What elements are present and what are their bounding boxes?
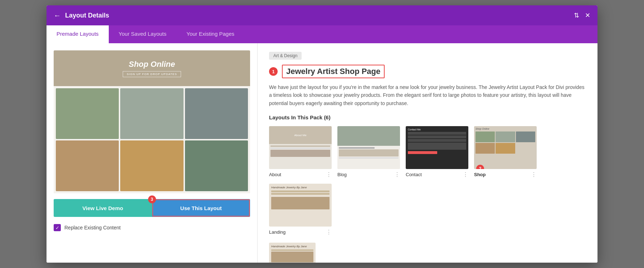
thumb-contact-field2 [408,135,466,138]
pack-label: Layouts In This Pack (6) [269,114,586,120]
thumb-contact-img: Contact Me [406,126,468,169]
thumb-landing-label: Landing [269,229,286,235]
thumb-landing2-title: Handmade Jewelry By Jane [271,245,313,248]
grid-item-1 [56,88,119,139]
thumb-blog-img [337,126,400,169]
view-live-demo-button[interactable]: View Live Demo [54,199,152,217]
modal-container: ← Layout Details ⇅ ✕ Premade Layouts You… [47,5,597,263]
header-left: ← Layout Details [54,11,109,20]
thumb-blog-label: Blog [337,172,347,177]
right-panel: Art & Design 1 Jewelry Artist Shop Page … [258,43,597,263]
thumb-about-menu[interactable]: ⋮ [326,171,332,178]
preview-hero-btn: SIGN UP FOR DROP UPDATES [123,71,181,77]
thumb-landing-menu[interactable]: ⋮ [326,229,332,235]
preview-hero: Shop Online SIGN UP FOR DROP UPDATES [54,50,250,86]
back-icon[interactable]: ← [54,11,61,20]
thumb-landing-line2 [271,193,330,195]
tab-existing[interactable]: Your Existing Pages [176,25,244,43]
grid-item-3 [185,88,248,139]
thumb-blog: Blog ⋮ [337,126,400,178]
step3-badge: 3 [148,195,156,203]
modal-title: Layout Details [65,12,109,19]
use-this-layout-button[interactable]: Use This Layout [152,199,250,217]
checkbox-checked[interactable]: ✓ [54,224,61,231]
thumb-about: About Me About ⋮ [269,126,332,178]
thumb-shop: Shop Online 2 Shop [474,126,537,178]
modal-header: ← Layout Details ⇅ ✕ [47,5,597,25]
thumb-shop-footer: Shop ⋮ [474,171,537,178]
thumb-about-img: About Me [269,126,332,169]
category-badge: Art & Design [269,52,302,60]
thumb-landing-line1 [271,190,330,192]
thumb-landing: Handmade Jewelry By Jane Landing ⋮ [269,184,332,235]
thumb-landing2: Handmade Jewelry By Jane [269,243,316,263]
thumb-blog-bot [337,146,400,169]
modal-overlay: ← Layout Details ⇅ ✕ Premade Layouts You… [0,0,644,268]
thumb-shop-header: Shop Online [474,126,537,130]
left-panel: Shop Online SIGN UP FOR DROP UPDATES 3 [47,43,258,263]
replace-checkbox-row[interactable]: ✓ Replace Existing Content [54,223,250,233]
thumb-blog-menu[interactable]: ⋮ [394,171,400,178]
layout-thumbnails-row1: About Me About ⋮ [269,126,586,235]
thumb-contact-field4 [408,143,466,150]
thumb-shop-grid [474,130,537,155]
layout-title-row: 1 Jewelry Artist Shop Page [269,65,586,78]
preview-grid [54,86,250,193]
layout-thumbnails-row2: Handmade Jewelry By Jane [269,243,586,263]
modal-body: Shop Online SIGN UP FOR DROP UPDATES 3 [47,43,597,263]
thumb-shop-item5 [496,143,515,154]
thumb-landing2-img: Handmade Jewelry By Jane [269,243,316,263]
settings-icon[interactable]: ⇅ [574,11,579,19]
thumb-blog-footer: Blog ⋮ [337,171,400,178]
thumb-about-footer: About ⋮ [269,171,332,178]
thumb-about-label: About [269,172,281,177]
close-icon[interactable]: ✕ [585,11,590,19]
tabs-bar: Premade Layouts Your Saved Layouts Your … [47,25,597,43]
thumb-contact-label: Contact [406,172,422,177]
thumb-shop-menu[interactable]: ⋮ [531,171,537,178]
action-area: 3 View Live Demo Use This Layout [54,199,250,217]
thumb-shop-item1 [475,131,495,142]
tab-saved[interactable]: Your Saved Layouts [109,25,177,43]
thumb-contact-btn [408,151,437,154]
thumb-about-bot [269,144,332,169]
thumb-landing-img: Handmade Jewelry By Jane [269,184,332,227]
thumb-landing-footer: Landing ⋮ [269,229,332,235]
replace-label: Replace Existing Content [64,225,121,230]
grid-item-2 [120,88,183,139]
thumb-contact-field1 [408,132,466,135]
preview-hero-title: Shop Online [129,60,175,69]
thumb-landing-title: Handmade Jewelry By Jane [271,186,330,189]
thumb-contact-footer: Contact ⋮ [406,171,468,178]
thumb-shop-item4 [475,143,495,154]
layout-title: Jewelry Artist Shop Page [282,65,385,78]
step2-badge: 2 [476,165,484,169]
thumb-contact-title: Contact Me [408,128,466,131]
thumb-about-top: About Me [269,126,332,144]
layout-preview: Shop Online SIGN UP FOR DROP UPDATES [54,50,250,193]
tab-premade[interactable]: Premade Layouts [47,25,109,43]
layout-description: We have just the layout for you if you'r… [269,83,586,107]
grid-item-6 [185,140,248,191]
thumb-contact-menu[interactable]: ⋮ [463,171,468,178]
grid-item-5 [120,140,183,191]
thumb-contact-inner: Contact Me [406,126,468,169]
thumb-contact-field3 [408,139,466,142]
header-icons: ⇅ ✕ [574,11,590,19]
step1-badge: 1 [269,67,278,76]
thumb-blog-top [337,126,400,146]
thumb-landing2-line [271,249,313,251]
grid-item-4 [56,140,119,191]
thumb-shop-item3 [516,131,535,142]
thumb-shop-label: Shop [474,172,486,177]
thumb-shop-item2 [496,131,515,142]
thumb-landing-img-area [271,197,330,209]
thumb-shop-img: Shop Online 2 [474,126,537,169]
thumb-landing2-area [271,252,313,262]
thumb-contact: Contact Me Contact ⋮ [406,126,468,178]
